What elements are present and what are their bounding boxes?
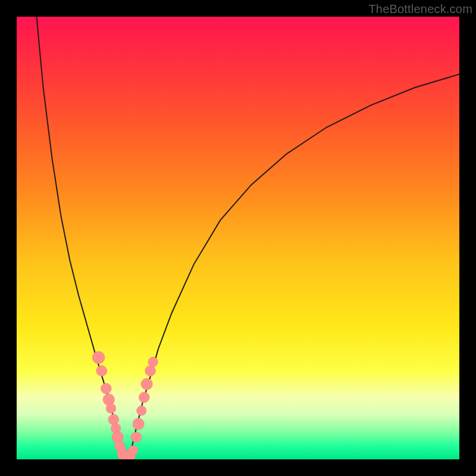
data-marker (141, 378, 152, 390)
data-marker (137, 406, 146, 415)
data-marker (145, 365, 156, 376)
data-marker (148, 357, 158, 367)
data-marker (96, 365, 107, 376)
data-marker (108, 414, 119, 425)
curve-right-branch (130, 74, 459, 458)
data-marker (129, 446, 138, 455)
data-marker (92, 352, 105, 364)
data-marker (133, 418, 144, 430)
chart-frame: TheBottleneck.com (0, 0, 476, 476)
data-marker (101, 383, 111, 394)
data-markers-group (92, 352, 158, 460)
data-marker (131, 432, 142, 443)
chart-overlay (17, 17, 459, 459)
data-marker (139, 392, 149, 403)
data-marker (106, 403, 115, 413)
watermark-text: TheBottleneck.com (368, 2, 472, 16)
data-marker (103, 394, 114, 405)
plot-area (17, 17, 459, 459)
